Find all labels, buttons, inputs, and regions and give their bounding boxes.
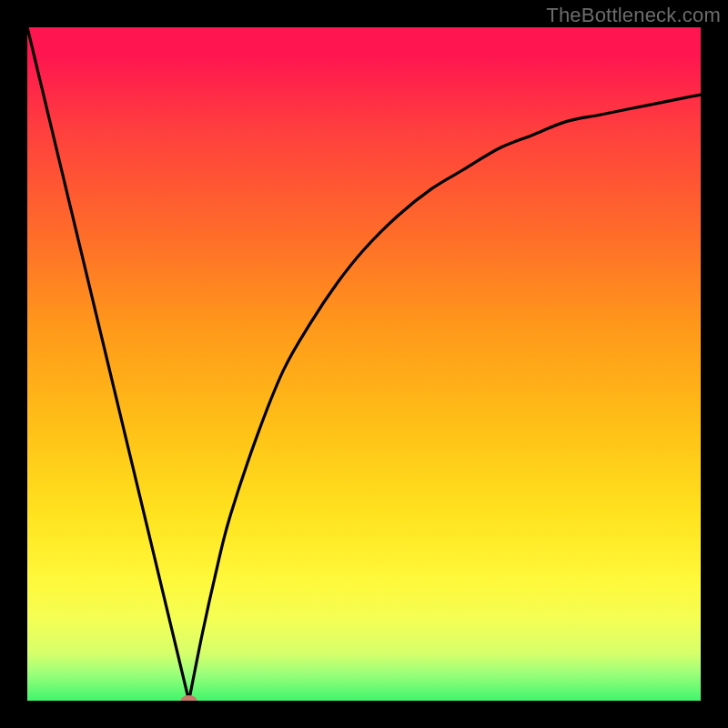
- watermark-text: TheBottleneck.com: [546, 4, 721, 27]
- plot-area: [27, 27, 701, 701]
- bottleneck-curve: [27, 27, 701, 701]
- bottleneck-curve-plot: [27, 27, 701, 701]
- chart-frame: TheBottleneck.com: [0, 0, 728, 728]
- minimum-marker: [181, 695, 197, 701]
